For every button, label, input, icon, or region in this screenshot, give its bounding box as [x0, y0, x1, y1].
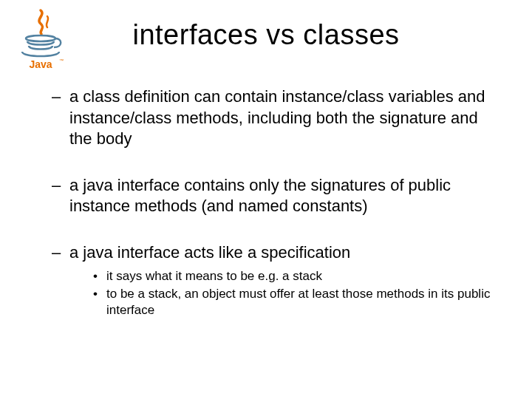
svg-point-0 [26, 35, 55, 41]
dash-bullet-icon: – [52, 242, 69, 264]
java-logo: Java ™ [16, 7, 68, 74]
dash-bullet-icon: – [52, 86, 69, 150]
sub-bullet-text: to be a stack, an object must offer at l… [106, 286, 495, 318]
bullet-item: – a class definition can contain instanc… [52, 86, 495, 150]
svg-text:™: ™ [59, 58, 64, 63]
slide-title: interfaces vs classes [30, 19, 502, 51]
bullet-text: a java interface acts like a specificati… [69, 242, 350, 264]
bullet-text: a class definition can contain instance/… [69, 86, 495, 150]
bullet-item: – a java interface acts like a specifica… [52, 242, 495, 264]
sub-bullet-text: it says what it means to be e.g. a stack [106, 268, 322, 284]
sub-bullet-item: • to be a stack, an object must offer at… [93, 286, 495, 318]
bullet-item: – a java interface contains only the sig… [52, 175, 495, 217]
bullet-text: a java interface contains only the signa… [69, 175, 495, 217]
slide: Java ™ interfaces vs classes – a class d… [0, 0, 532, 399]
sub-bullet-list: • it says what it means to be e.g. a sta… [93, 268, 495, 318]
dash-bullet-icon: – [52, 175, 69, 217]
dot-bullet-icon: • [93, 286, 106, 318]
slide-body: – a class definition can contain instanc… [52, 86, 495, 318]
dot-bullet-icon: • [93, 268, 106, 284]
svg-text:Java: Java [29, 58, 52, 70]
sub-bullet-item: • it says what it means to be e.g. a sta… [93, 268, 495, 284]
